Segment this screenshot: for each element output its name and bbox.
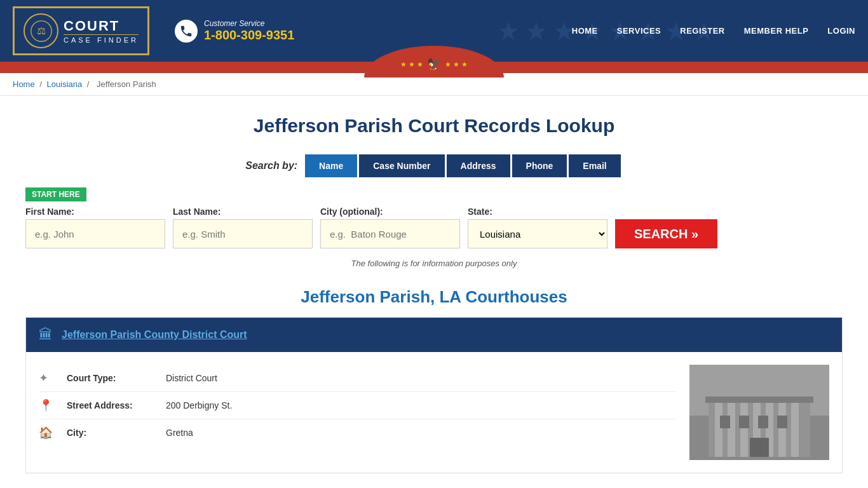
svg-rect-15	[758, 416, 768, 428]
court-type-icon: ✦	[39, 371, 57, 385]
city-info-value: Gretna	[166, 428, 193, 438]
breadcrumb-sep-1: /	[39, 79, 44, 89]
location-icon: 📍	[39, 398, 57, 412]
street-address-value: 200 Derbigny St.	[166, 400, 232, 410]
search-button[interactable]: SEARCH »	[615, 219, 717, 248]
last-name-label: Last Name:	[173, 207, 313, 217]
city-info-label: City:	[67, 428, 156, 438]
wave-arch-decoration: ★ ★ ★ 🦅 ★ ★ ★	[364, 46, 504, 78]
svg-rect-13	[720, 416, 730, 428]
site-logo[interactable]: ⚖ COURT CASE FINDER	[13, 6, 149, 55]
logo-emblem: ⚖	[24, 13, 58, 48]
breadcrumb-home[interactable]: Home	[13, 79, 35, 89]
nav-login[interactable]: LOGIN	[827, 26, 855, 36]
search-section: Search by: Name Case Number Address Phon…	[25, 154, 843, 268]
nav-register[interactable]: REGISTER	[680, 26, 724, 36]
state-select[interactable]: AlabamaAlaskaArizonaArkansasCaliforniaCo…	[468, 219, 607, 248]
nav-home[interactable]: HOME	[572, 26, 598, 36]
nav-services[interactable]: SERVICES	[617, 26, 661, 36]
city-icon: 🏠	[39, 426, 57, 440]
svg-rect-10	[778, 400, 786, 460]
courthouse-photo	[689, 365, 829, 460]
search-by-label: Search by:	[245, 160, 297, 172]
page-title: Jefferson Parish Court Records Lookup	[25, 115, 843, 137]
street-address-row: 📍 Street Address: 200 Derbigny St.	[39, 392, 677, 419]
court-type-label: Court Type:	[67, 373, 156, 383]
svg-rect-16	[777, 416, 787, 428]
svg-rect-12	[705, 396, 813, 403]
tab-email[interactable]: Email	[569, 154, 620, 177]
court-type-value: District Court	[166, 373, 217, 383]
city-label: City (optional):	[320, 207, 460, 217]
start-here-badge: START HERE	[25, 187, 86, 201]
cs-label: Customer Service	[204, 19, 294, 28]
logo-text: COURT CASE FINDER	[64, 18, 139, 44]
courthouse-body: ✦ Court Type: District Court 📍 Street Ad…	[26, 352, 842, 473]
city-group: City (optional):	[320, 207, 460, 248]
svg-rect-14	[739, 416, 749, 428]
svg-rect-5	[715, 400, 722, 460]
eagle-stars-area: ★ ★ ★ 🦅 ★ ★ ★	[400, 57, 468, 71]
first-name-label: First Name:	[25, 207, 165, 217]
courthouses-title: Jefferson Parish, LA Courthouses	[25, 287, 843, 307]
tab-address[interactable]: Address	[447, 154, 510, 177]
city-row: 🏠 City: Gretna	[39, 419, 677, 446]
customer-service-block: Customer Service 1-800-309-9351	[175, 19, 294, 43]
phone-icon	[175, 20, 198, 43]
tab-case-number[interactable]: Case Number	[359, 154, 444, 177]
courthouse-photo-placeholder	[689, 365, 829, 460]
svg-rect-6	[728, 400, 735, 460]
customer-service-text: Customer Service 1-800-309-9351	[204, 19, 294, 43]
street-address-label: Street Address:	[67, 400, 156, 410]
main-content: Jefferson Parish Court Records Lookup Se…	[0, 96, 868, 488]
first-name-input[interactable]	[25, 219, 165, 248]
courthouse-info: ✦ Court Type: District Court 📍 Street Ad…	[39, 365, 677, 460]
courthouse-card: 🏛 Jefferson Parish County District Court…	[25, 317, 843, 473]
svg-rect-11	[791, 400, 799, 460]
state-label: State:	[468, 207, 607, 217]
nav-member-help[interactable]: MEMBER HELP	[744, 26, 809, 36]
tab-phone[interactable]: Phone	[512, 154, 567, 177]
stars-left: ★ ★ ★	[400, 60, 423, 69]
last-name-input[interactable]	[173, 219, 313, 248]
logo-court-label: COURT	[64, 18, 139, 34]
wave-arch: ★ ★ ★ 🦅 ★ ★ ★	[364, 46, 504, 78]
building-icon: 🏛	[39, 327, 53, 343]
svg-rect-7	[740, 400, 748, 460]
svg-text:⚖: ⚖	[37, 25, 46, 37]
red-wave-bar: ★ ★ ★ 🦅 ★ ★ ★	[0, 62, 868, 73]
search-form: First Name: Last Name: City (optional): …	[25, 207, 843, 248]
search-by-row: Search by: Name Case Number Address Phon…	[25, 154, 843, 177]
info-note: The following is for information purpose…	[25, 259, 843, 268]
city-input[interactable]	[320, 219, 460, 248]
state-group: State: AlabamaAlaskaArizonaArkansasCalif…	[468, 207, 607, 248]
main-nav: HOME SERVICES REGISTER MEMBER HELP LOGIN	[572, 26, 855, 36]
court-type-row: ✦ Court Type: District Court	[39, 365, 677, 392]
breadcrumb-sep-2: /	[87, 79, 92, 89]
stars-right: ★ ★ ★	[445, 60, 468, 69]
tab-name[interactable]: Name	[305, 154, 357, 177]
courthouse-header: 🏛 Jefferson Parish County District Court	[26, 318, 842, 352]
breadcrumb-current: Jefferson Parish	[97, 79, 156, 89]
logo-case-finder-label: CASE FINDER	[64, 34, 139, 44]
eagle-icon: 🦅	[427, 57, 441, 71]
svg-rect-18	[702, 457, 817, 460]
courthouse-name-link[interactable]: Jefferson Parish County District Court	[62, 329, 247, 341]
last-name-group: Last Name:	[173, 207, 313, 248]
breadcrumb-louisiana[interactable]: Louisiana	[47, 79, 83, 89]
first-name-group: First Name:	[25, 207, 165, 248]
cs-phone: 1-800-309-9351	[204, 28, 294, 43]
svg-rect-17	[750, 438, 769, 460]
